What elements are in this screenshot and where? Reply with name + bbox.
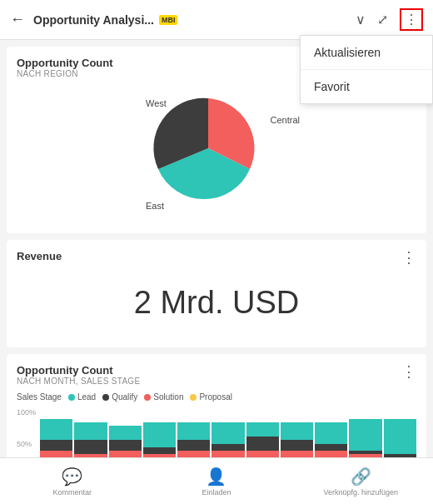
card-subtitle-3: NACH MONTH, SALES STAGE — [17, 377, 140, 386]
legend-dot-proposal — [190, 394, 197, 401]
legend-dot-solution — [144, 394, 151, 401]
header-icons: ∨ ⤢ ⋮ — [356, 8, 423, 31]
nav-item-link[interactable]: 🔗 Verknüpfg. hinzufügen — [289, 467, 433, 497]
legend-dot-qualify — [102, 394, 109, 401]
bar-segment-1-0 — [74, 422, 107, 440]
bar-segment-5-1 — [212, 444, 244, 452]
bar-group-7 — [281, 408, 313, 457]
bar-segment-4-2 — [177, 451, 210, 457]
pie-label-west: West — [146, 98, 167, 108]
bottom-nav: 💬 Kommentar 👤 Einladen 🔗 Verknüpfg. hinz… — [0, 457, 433, 504]
bar-group-10 — [384, 408, 416, 457]
legend-label-solution: Solution — [153, 392, 183, 402]
bar-segment-7-1 — [281, 440, 313, 451]
card-title-block-2: Revenue — [17, 250, 62, 262]
bar-segment-8-0 — [315, 422, 347, 444]
bar-segment-7-0 — [281, 422, 313, 440]
bar-group-0 — [40, 408, 72, 457]
y-axis-100: 100% — [17, 408, 36, 417]
expand-icon[interactable]: ⤢ — [377, 12, 388, 27]
bar-group-8 — [315, 408, 347, 457]
dropdown-menu: Aktualisieren Favorit — [300, 35, 433, 104]
card-header-3: Opportunity Count NACH MONTH, SALES STAG… — [17, 364, 416, 386]
legend-label-proposal: Proposal — [199, 392, 231, 402]
bar-segment-5-0 — [212, 422, 244, 444]
nav-label-comment: Kommentar — [52, 488, 92, 497]
bar-segment-6-1 — [246, 437, 279, 451]
bar-group-9 — [349, 408, 381, 457]
bar-segment-0-2 — [40, 451, 72, 457]
bar-segment-5-2 — [212, 451, 244, 457]
header-title-block: Opportunity Analysi... MBI — [33, 13, 356, 27]
card-more-2[interactable]: ⋮ — [401, 250, 416, 265]
nav-item-invite[interactable]: 👤 Einladen — [144, 467, 288, 497]
bar-segment-1-1 — [74, 440, 107, 454]
legend-label-lead: Lead — [77, 392, 96, 402]
card-title-3: Opportunity Count — [17, 364, 140, 377]
bar-segment-3-0 — [143, 422, 176, 447]
revenue-value: 2 Mrd. USD — [17, 268, 416, 337]
bar-group-6 — [246, 408, 279, 457]
bar-group-4 — [177, 408, 210, 457]
legend-item-sales-stage: Sales Stage — [17, 392, 62, 402]
y-axis: 100% 50% 0% — [17, 408, 36, 457]
y-axis-50: 50% — [17, 440, 36, 448]
bar-segment-6-2 — [246, 451, 279, 457]
card-subtitle-1: NACH REGION — [17, 69, 113, 78]
legend-label-qualify: Qualify — [112, 392, 137, 402]
bar-legend: Sales Stage Lead Qualify Solution Propos… — [17, 392, 416, 402]
bar-segment-8-2 — [315, 451, 347, 457]
pie-label-central: Central — [271, 115, 300, 125]
bar-segment-4-0 — [177, 422, 210, 440]
bar-segment-0-0 — [40, 419, 72, 441]
card-title-1: Opportunity Count — [17, 57, 113, 69]
bar-segment-10-0 — [384, 419, 416, 455]
legend-item-qualify: Qualify — [102, 392, 137, 402]
legend-item-solution: Solution — [144, 392, 183, 402]
card-title-block-3: Opportunity Count NACH MONTH, SALES STAG… — [17, 364, 140, 386]
person-icon: 👤 — [206, 467, 226, 487]
card-header-2: Revenue ⋮ — [17, 250, 416, 265]
legend-dot-lead — [68, 394, 75, 401]
bar-segment-0-1 — [40, 440, 72, 451]
back-button[interactable]: ← — [10, 11, 25, 28]
bar-segment-6-0 — [246, 422, 279, 437]
bar-chart-section: Sales Stage Lead Qualify Solution Propos… — [17, 392, 416, 457]
bar-segment-9-0 — [349, 419, 381, 451]
revenue-card: Revenue ⋮ 2 Mrd. USD — [7, 240, 426, 347]
bar-group-3 — [143, 408, 176, 457]
legend-item-proposal: Proposal — [190, 392, 231, 402]
bar-segment-2-2 — [109, 451, 142, 457]
nav-label-invite: Einladen — [202, 488, 231, 497]
bar-segment-2-0 — [109, 426, 142, 440]
bar-segment-3-1 — [143, 447, 176, 455]
bar-segment-7-2 — [281, 451, 313, 457]
bar-chart-wrapper: 100% 50% 0% JanFebMarApMayJunJulAugSepOc… — [17, 408, 416, 457]
nav-item-comment[interactable]: 💬 Kommentar — [0, 467, 144, 497]
pie-label-east: East — [146, 201, 164, 211]
bar-segment-2-1 — [109, 440, 142, 451]
pie-chart: West Central East — [142, 90, 291, 215]
header: ← Opportunity Analysi... MBI ∨ ⤢ ⋮ — [0, 0, 433, 40]
link-icon: 🔗 — [351, 467, 371, 487]
page-title: Opportunity Analysi... — [33, 13, 154, 27]
card-more-3[interactable]: ⋮ — [401, 364, 416, 379]
card-title-block-1: Opportunity Count NACH REGION — [17, 57, 113, 78]
more-icon[interactable]: ⋮ — [400, 8, 423, 31]
bar-chart-area: JanFebMarApMayJunJulAugSepOctNov — [40, 408, 416, 457]
bar-group-2 — [109, 408, 142, 457]
dropdown-item-aktualisieren[interactable]: Aktualisieren — [301, 36, 432, 70]
opportunity-count-month-card: Opportunity Count NACH MONTH, SALES STAG… — [7, 354, 426, 457]
card-title-2: Revenue — [17, 250, 62, 262]
chevron-down-icon[interactable]: ∨ — [356, 12, 366, 27]
header-badge: MBI — [159, 15, 178, 25]
comment-icon: 💬 — [62, 467, 82, 487]
legend-label-sales-stage: Sales Stage — [17, 392, 62, 402]
bar-groups — [40, 408, 416, 457]
bar-segment-8-1 — [315, 444, 347, 452]
bar-group-1 — [74, 408, 107, 457]
legend-item-lead: Lead — [68, 392, 96, 402]
dropdown-item-favorit[interactable]: Favorit — [301, 70, 432, 103]
bar-group-5 — [212, 408, 244, 457]
nav-label-link: Verknüpfg. hinzufügen — [324, 488, 399, 497]
